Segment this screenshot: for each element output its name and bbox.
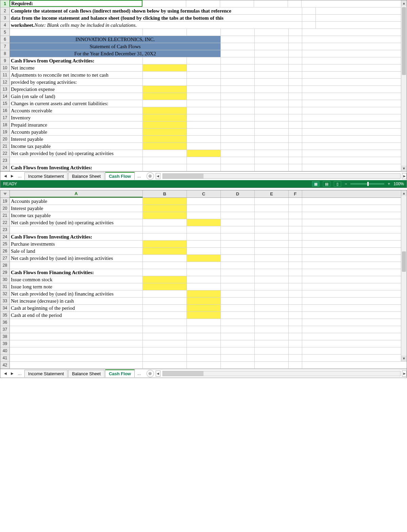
cell-C[interactable] <box>187 100 221 107</box>
row-number[interactable]: 37 <box>0 326 10 333</box>
cell[interactable] <box>255 276 289 283</box>
cell[interactable] <box>255 312 289 319</box>
cell[interactable] <box>221 340 255 347</box>
row-number[interactable]: 36 <box>0 319 10 326</box>
cell-A[interactable] <box>10 347 143 354</box>
cell[interactable] <box>221 312 255 319</box>
cell-A[interactable] <box>10 319 143 326</box>
cell-B[interactable] <box>143 198 187 205</box>
cell[interactable] <box>255 219 289 226</box>
cell[interactable] <box>221 64 255 71</box>
cell[interactable] <box>289 290 302 297</box>
cell[interactable] <box>221 157 255 164</box>
cell[interactable] <box>221 79 255 86</box>
cell-A[interactable]: Cash at end of the period <box>10 312 143 319</box>
cell[interactable] <box>221 305 255 311</box>
cell-A[interactable]: provided by operating activities: <box>10 79 143 86</box>
cell-B[interactable] <box>143 72 187 78</box>
cell-A[interactable] <box>10 340 143 347</box>
cell[interactable] <box>221 121 255 128</box>
cell[interactable] <box>221 86 255 93</box>
cell[interactable] <box>221 36 255 43</box>
cell-B[interactable] <box>143 255 187 262</box>
row-number[interactable]: 2 <box>0 7 10 15</box>
row-number[interactable]: 20 <box>0 136 10 143</box>
cell-B[interactable] <box>143 269 187 276</box>
cell[interactable] <box>221 72 255 78</box>
cell[interactable] <box>255 143 289 150</box>
tab-balance-sheet[interactable]: Balance Sheet <box>68 172 104 180</box>
cell-B[interactable] <box>143 326 187 333</box>
cell-C[interactable] <box>187 305 221 311</box>
cell-C[interactable] <box>187 136 221 142</box>
cell-B[interactable] <box>143 93 187 100</box>
cell-A[interactable]: Accounts payable <box>10 198 143 205</box>
cell[interactable] <box>255 347 289 354</box>
cell[interactable] <box>289 226 302 233</box>
cell-C[interactable] <box>187 340 221 347</box>
cell-A[interactable]: Net cash provided by (used in) investing… <box>10 255 143 262</box>
row-number[interactable]: 17 <box>0 114 10 121</box>
cell[interactable] <box>255 241 289 247</box>
cell[interactable] <box>289 50 302 57</box>
col-header-C[interactable]: C <box>187 190 221 197</box>
row-number[interactable]: 16 <box>0 107 10 114</box>
cell[interactable] <box>255 50 289 57</box>
row-number[interactable]: 1 <box>0 0 10 7</box>
add-sheet-button[interactable]: ⊕ <box>147 370 154 377</box>
cell-B[interactable] <box>143 276 187 283</box>
cell[interactable] <box>255 157 289 164</box>
header-cell[interactable]: Statement of Cash Flows <box>10 43 221 50</box>
cell-A[interactable]: Issue long term note <box>10 283 143 290</box>
cell-B[interactable] <box>143 157 187 164</box>
vertical-scrollbar[interactable]: ▲ ▼ <box>401 0 407 171</box>
row-number[interactable]: 35 <box>0 312 10 319</box>
cell-C[interactable] <box>187 72 221 78</box>
cell[interactable] <box>289 121 302 128</box>
cell-B[interactable] <box>143 262 187 269</box>
cell[interactable] <box>302 22 316 28</box>
cell[interactable] <box>289 262 302 269</box>
row-number[interactable]: 18 <box>0 121 10 129</box>
cell[interactable] <box>221 136 255 142</box>
row-number[interactable]: 10 <box>0 64 10 72</box>
cell-A[interactable]: Net increase (decrease) in cash <box>10 298 143 304</box>
cell-B[interactable] <box>143 290 187 297</box>
cell[interactable] <box>289 205 302 212</box>
cell-A[interactable] <box>10 355 143 361</box>
tab-income-statement[interactable]: Income Statement <box>24 370 68 377</box>
cell-B[interactable] <box>143 64 187 71</box>
cell[interactable] <box>288 0 302 7</box>
cell-B[interactable] <box>143 86 187 93</box>
tab-nav-next-icon[interactable]: ▶ <box>9 370 15 377</box>
cell[interactable] <box>220 0 254 7</box>
cell[interactable] <box>289 57 302 64</box>
col-header-D[interactable]: D <box>221 190 255 197</box>
cell-C[interactable] <box>187 212 221 219</box>
cell[interactable] <box>289 129 302 135</box>
cell-B[interactable] <box>143 305 187 311</box>
cell-B[interactable] <box>143 347 187 354</box>
scroll-down-icon[interactable]: ▼ <box>401 166 407 171</box>
cell-A[interactable]: Cash Flows from Investing Activities: <box>10 233 143 240</box>
cell[interactable] <box>255 29 289 36</box>
cell-C[interactable] <box>187 79 221 86</box>
cell[interactable] <box>255 319 289 326</box>
cell[interactable] <box>255 164 289 171</box>
cell[interactable] <box>255 233 289 240</box>
cell-B[interactable] <box>143 164 187 171</box>
select-all-triangle[interactable] <box>0 190 10 197</box>
zoom-level[interactable]: 100% <box>393 182 404 186</box>
cell[interactable] <box>289 319 302 326</box>
cell-C[interactable] <box>187 121 221 128</box>
cell-B[interactable] <box>143 298 187 304</box>
cell-B[interactable] <box>142 0 186 7</box>
cell-B[interactable] <box>143 143 187 150</box>
cell-A[interactable] <box>10 226 143 233</box>
cell[interactable] <box>221 283 255 290</box>
cell-B[interactable] <box>143 129 187 135</box>
cell[interactable] <box>289 248 302 254</box>
cell[interactable] <box>221 269 255 276</box>
row-number[interactable]: 14 <box>0 93 10 100</box>
cell-A[interactable]: Cash Flows from Operating Activities: <box>10 57 143 64</box>
